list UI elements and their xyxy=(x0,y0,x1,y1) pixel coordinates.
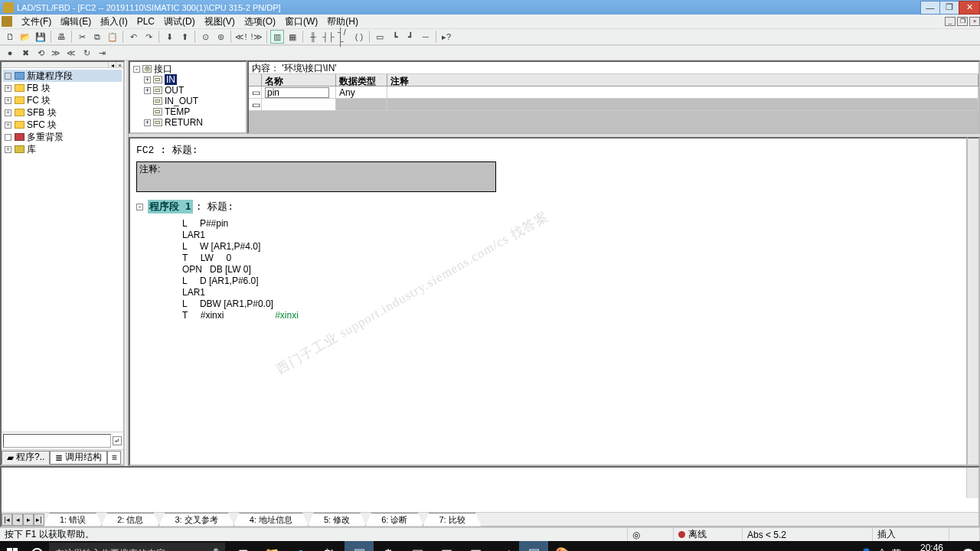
app-5[interactable]: ⚙ xyxy=(374,541,403,551)
tree-item[interactable]: +FB 块 xyxy=(3,82,122,94)
tray-notifications-icon[interactable]: 💬 xyxy=(962,548,974,551)
dbg4-button[interactable]: ≫ xyxy=(49,46,63,60)
expand-icon[interactable] xyxy=(144,109,151,116)
row-name-cell[interactable] xyxy=(262,99,336,110)
output-tab[interactable]: 1: 错误 xyxy=(44,513,102,527)
minimize-button[interactable]: — xyxy=(920,1,940,15)
tab-nav-last[interactable]: ▸| xyxy=(34,514,44,526)
expand-icon[interactable] xyxy=(144,98,151,105)
app-paint[interactable]: 🎨 xyxy=(548,541,577,551)
output-tab[interactable]: 7: 比较 xyxy=(423,513,481,527)
dbg3-button[interactable]: ⟲ xyxy=(34,46,47,60)
menu-insert[interactable]: 插入(I) xyxy=(96,15,132,29)
dbg7-button[interactable]: ⇥ xyxy=(95,46,109,60)
expand-icon[interactable]: + xyxy=(5,146,11,153)
undo-button[interactable]: ↶ xyxy=(126,30,140,44)
collapse-icon[interactable]: - xyxy=(136,204,143,210)
tree-item[interactable]: +SFC 块 xyxy=(3,119,122,131)
output-tab[interactable]: 5: 修改 xyxy=(308,513,366,527)
tab-nav-prev[interactable]: ◂ xyxy=(12,514,23,526)
contact-button[interactable]: ┤├ xyxy=(322,30,335,44)
iface-tree-item[interactable]: +▭OUT xyxy=(132,85,244,96)
expand-icon[interactable]: + xyxy=(5,122,11,129)
task-view-button[interactable]: ⊞ xyxy=(228,541,257,551)
upload-button[interactable]: ⬆ xyxy=(178,30,191,44)
iface-tree-item[interactable]: +▭IN xyxy=(132,74,244,85)
output-tab[interactable]: 2: 信息 xyxy=(101,513,159,527)
app-edge[interactable]: e xyxy=(286,541,315,551)
app-7[interactable]: ▥ xyxy=(432,541,461,551)
mic-icon[interactable]: 🎤 xyxy=(207,548,219,551)
menu-file[interactable]: 文件(F) xyxy=(17,15,56,29)
tab-program-elements[interactable]: ▰程序?.. xyxy=(2,451,50,465)
tray-chevron-icon[interactable]: ˄ xyxy=(880,548,884,551)
copy-button[interactable]: ⧉ xyxy=(90,30,104,44)
output-tab[interactable]: 3: 交叉参考 xyxy=(158,513,234,527)
app-9[interactable]: ◢ xyxy=(490,541,519,551)
iface-tree-item[interactable]: -◎接口 xyxy=(132,64,244,74)
conn-button[interactable]: ─ xyxy=(419,30,433,44)
editor-scrollbar[interactable] xyxy=(968,137,980,466)
download-button[interactable]: ⬇ xyxy=(162,30,176,44)
row-name-cell[interactable] xyxy=(262,86,336,98)
menu-debug[interactable]: 调试(D) xyxy=(159,15,200,29)
tree-item[interactable]: 多重背景 xyxy=(3,131,122,143)
app-store[interactable]: 🛍 xyxy=(315,541,345,551)
row-comment-cell[interactable] xyxy=(387,86,978,98)
cortana-button[interactable] xyxy=(24,541,49,551)
dbg5-button[interactable]: ≪ xyxy=(64,46,78,60)
menu-help[interactable]: 帮助(H) xyxy=(322,15,363,29)
tray-clock[interactable]: 20:462019/11/10 xyxy=(909,543,955,551)
tab-nav-first[interactable]: |◂ xyxy=(2,514,12,526)
left-panel-handle[interactable]: ◂× xyxy=(2,62,123,68)
dbg1-button[interactable]: ● xyxy=(3,46,17,60)
dbg2-button[interactable]: ✖ xyxy=(18,46,32,60)
catalog-search-input[interactable] xyxy=(3,434,111,448)
menu-options[interactable]: 选项(O) xyxy=(240,15,280,29)
tree-item[interactable]: +SFB 块 xyxy=(3,106,122,119)
help-context-button[interactable]: ▸? xyxy=(439,30,453,44)
expand-icon[interactable] xyxy=(5,73,11,80)
tray-ime[interactable]: 英 xyxy=(892,547,901,552)
code-editor[interactable]: FC2 : 标题: 注释: - 程序段 1 : 标题: L P##pin LAR… xyxy=(129,137,968,466)
expand-icon[interactable]: + xyxy=(144,77,151,83)
block-title[interactable]: FC2 : 标题: xyxy=(136,143,960,157)
app-10[interactable]: ▣ xyxy=(519,541,548,551)
tree-item[interactable]: +FC 块 xyxy=(3,94,122,106)
goto-button[interactable]: ≪! xyxy=(234,30,248,44)
output-v-scrollbar[interactable] xyxy=(966,468,978,498)
close-button[interactable]: ✕ xyxy=(959,1,980,15)
mdi-close-button[interactable]: × xyxy=(969,17,980,26)
tab-call-structure[interactable]: ≣调用结构 xyxy=(50,451,107,465)
catalog-search-go[interactable]: ⤶ xyxy=(113,436,122,445)
tray-people-icon[interactable]: 👤 xyxy=(861,548,872,551)
tree-item[interactable]: +库 xyxy=(3,143,122,155)
paste-button[interactable]: 📋 xyxy=(106,30,119,44)
stl-code[interactable]: L P##pin LAR1 L W [AR1,P#4.0] T LW 0 OPN… xyxy=(136,218,960,321)
maximize-button[interactable]: ❐ xyxy=(939,1,959,15)
new-button[interactable]: 🗋 xyxy=(3,30,17,44)
expand-icon[interactable]: + xyxy=(5,85,11,92)
menu-window[interactable]: 窗口(W) xyxy=(280,15,322,29)
tree-item[interactable]: 新建程序段 xyxy=(3,70,122,82)
goto2-button[interactable]: !≫ xyxy=(250,30,263,44)
network-title[interactable]: : 标题: xyxy=(196,200,234,214)
element-catalog-tree[interactable]: 新建程序段+FB 块+FC 块+SFB 块+SFC 块 多重背景+库 xyxy=(2,68,123,252)
branch-open-button[interactable]: ┗ xyxy=(388,30,402,44)
menu-edit[interactable]: 编辑(E) xyxy=(56,15,96,29)
menu-plc[interactable]: PLC xyxy=(132,15,159,28)
output-tab[interactable]: 4: 地址信息 xyxy=(234,513,309,527)
monitor2-button[interactable]: ⊚ xyxy=(214,30,227,44)
mdi-restore-button[interactable]: ❐ xyxy=(957,17,968,26)
start-button[interactable] xyxy=(0,541,24,551)
iface-tree-item[interactable]: ▭TEMP xyxy=(132,106,244,117)
expand-icon[interactable]: + xyxy=(144,87,151,94)
iface-tree-item[interactable]: +▭RETURN xyxy=(132,117,244,128)
print-button[interactable]: 🖶 xyxy=(54,30,68,44)
tab-overflow[interactable]: ≡ xyxy=(107,451,121,465)
network-header[interactable]: - 程序段 1 : 标题: xyxy=(136,200,960,214)
interface-grid-body[interactable]: ▭ Any ▭ xyxy=(249,86,978,132)
ncontact-button[interactable]: ┤/├ xyxy=(337,30,351,44)
view-det-button[interactable]: ▦ xyxy=(286,30,299,44)
branch-close-button[interactable]: ┛ xyxy=(403,30,417,44)
